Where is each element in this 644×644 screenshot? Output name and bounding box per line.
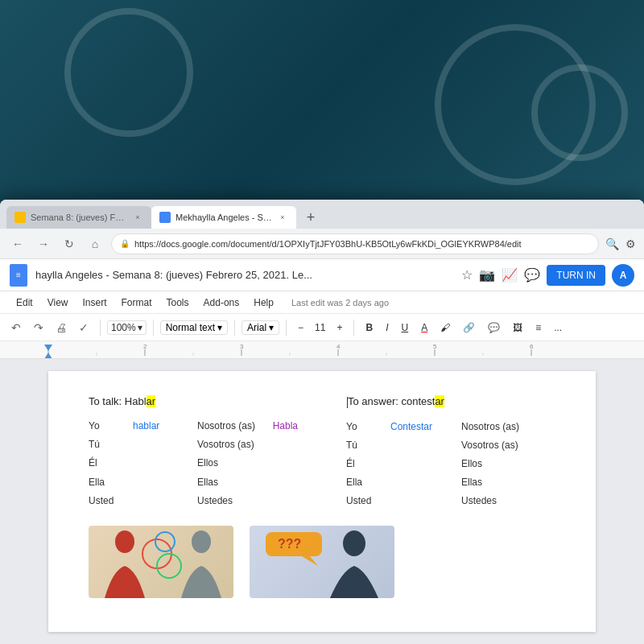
gear-circle-1 [64, 8, 193, 137]
verb-form-hablar: hablar [133, 419, 197, 434]
menu-help[interactable]: Help [247, 295, 280, 310]
pronoun-usted-1: Usted [89, 493, 133, 509]
font-size-value[interactable]: 11 [310, 320, 330, 335]
svg-marker-17 [44, 345, 52, 351]
tab-2-close[interactable]: × [277, 212, 288, 223]
hablar-column: To talk: Hablar Yo hablar Nosotros (as) … [89, 395, 298, 513]
refresh-button[interactable]: ↻ [60, 234, 79, 254]
table-row: Él Ellos [346, 456, 555, 472]
link-button[interactable]: 🔗 [458, 320, 480, 335]
table-row: Tú Vosotros (as) [346, 438, 555, 453]
redo-button[interactable]: ↷ [29, 318, 48, 337]
svg-point-23 [192, 530, 211, 553]
verb-form-contestar: Contestar [390, 419, 455, 435]
nosotros-2: Nosotros (as) [461, 419, 555, 435]
menu-view[interactable]: View [41, 295, 75, 310]
nosotros-1: Nosotros (as) [197, 419, 266, 434]
verb-form-usted-2 [390, 493, 455, 509]
habla-form: Habla [273, 419, 298, 434]
svg-marker-18 [44, 353, 52, 359]
title-actions: ☆ 📷 📈 💬 TURN IN A [461, 264, 634, 287]
tab-bar: Semana 8: (jueves) Febrero 25, 2... × Me… [0, 200, 644, 229]
search-icon[interactable]: 🔍 [605, 237, 619, 250]
gear-circle-3 [531, 64, 628, 161]
hablar-heading: To talk: Hablar [89, 395, 298, 407]
highlight-button[interactable]: 🖌 [436, 320, 455, 335]
menu-format[interactable]: Format [115, 295, 159, 310]
more-button[interactable]: ... [549, 320, 567, 335]
zoom-value: 100% [111, 322, 136, 333]
svg-text:4: 4 [336, 343, 341, 350]
browser-tab-1[interactable]: Semana 8: (jueves) Febrero 25, 2... × [6, 206, 151, 229]
undo-button[interactable]: ↶ [6, 318, 26, 337]
svg-point-24 [343, 530, 365, 556]
table-row: Yo hablar Nosotros (as) Habla [89, 419, 298, 434]
ustedes-1: Ustedes [197, 493, 298, 509]
svg-point-21 [157, 554, 181, 578]
back-button[interactable]: ← [8, 234, 27, 254]
size-controls: − 11 + [293, 320, 347, 335]
align-button[interactable]: ≡ [530, 320, 546, 335]
verb-form-el-2 [390, 456, 455, 472]
camera-icon[interactable]: 📷 [479, 267, 495, 283]
style-value: Normal text [166, 322, 215, 333]
ellos-2: Ellos [461, 456, 555, 472]
svg-text:???: ??? [278, 537, 301, 551]
svg-marker-26 [302, 556, 318, 566]
bold-button[interactable]: B [361, 320, 378, 335]
browser-window: Semana 8: (jueves) Febrero 25, 2... × Me… [0, 200, 644, 644]
user-avatar[interactable]: A [612, 264, 634, 287]
menu-edit[interactable]: Edit [10, 295, 39, 310]
doc-page[interactable]: To talk: Hablar Yo hablar Nosotros (as) … [48, 371, 596, 632]
background-decoration [0, 0, 644, 205]
menu-addons[interactable]: Add-ons [197, 295, 246, 310]
star-icon[interactable]: ☆ [461, 267, 473, 283]
new-tab-button[interactable]: + [299, 206, 322, 229]
style-selector[interactable]: Normal text ▾ [160, 320, 228, 335]
pronoun-tu-1: Tú [89, 437, 133, 452]
pronoun-tu-2: Tú [346, 438, 390, 453]
font-chevron-icon: ▾ [269, 322, 274, 333]
comment-icon[interactable]: 💬 [524, 267, 540, 283]
url-bar[interactable]: 🔒 https://docs.google.com/document/d/1OP… [111, 233, 599, 254]
chart-icon[interactable]: 📈 [502, 267, 518, 283]
verb-form-tu-1 [133, 437, 197, 452]
forward-button[interactable]: → [34, 234, 53, 254]
svg-text:6: 6 [530, 343, 534, 350]
turn-in-button[interactable]: TURN IN [547, 265, 605, 286]
menu-insert[interactable]: Insert [76, 295, 113, 310]
size-decrease-button[interactable]: − [293, 320, 308, 335]
table-row: Ella Ellas [346, 475, 555, 490]
ruler: 1 2 3 4 5 6 [0, 341, 644, 359]
doc-content: To talk: Hablar Yo hablar Nosotros (as) … [0, 359, 644, 644]
pronoun-el-2: Él [346, 456, 390, 472]
font-color-button[interactable]: A [416, 320, 432, 335]
address-bar-icons: 🔍 ⚙ [605, 237, 636, 250]
last-edit-text: Last edit was 2 days ago [291, 298, 389, 308]
comment-btn[interactable]: 💬 [483, 320, 505, 335]
extensions-icon[interactable]: ⚙ [625, 237, 636, 250]
pronoun-ella-1: Ella [89, 475, 133, 490]
spellcheck-button[interactable]: ✓ [74, 318, 93, 337]
underline-button[interactable]: U [396, 320, 413, 335]
style-chevron-icon: ▾ [217, 322, 222, 333]
lock-icon: 🔒 [120, 239, 130, 248]
pronoun-yo-2: Yo [346, 419, 390, 435]
address-bar: ← → ↻ ⌂ 🔒 https://docs.google.com/docume… [0, 229, 644, 259]
zoom-chevron-icon: ▾ [138, 322, 142, 333]
home-button[interactable]: ⌂ [85, 234, 105, 254]
browser-tab-2[interactable]: Mekhaylla Angeles - Semana 8:... × [151, 206, 296, 229]
font-selector[interactable]: Arial ▾ [242, 320, 279, 335]
menu-tools[interactable]: Tools [160, 295, 196, 310]
image-btn[interactable]: 🖼 [508, 320, 527, 335]
tab-2-label: Mekhaylla Angeles - Semana 8:... [175, 213, 272, 222]
print-button[interactable]: 🖨 [52, 318, 71, 337]
italic-button[interactable]: I [381, 320, 393, 335]
table-row: Él Ellos [89, 456, 298, 471]
pronoun-ella-2: Ella [346, 475, 390, 490]
zoom-selector[interactable]: 100% ▾ [107, 320, 147, 335]
size-increase-button[interactable]: + [332, 320, 347, 335]
verb-form-tu-2 [390, 438, 455, 453]
tab-1-close[interactable]: × [132, 212, 143, 223]
table-row: Usted Ustedes [89, 493, 298, 509]
